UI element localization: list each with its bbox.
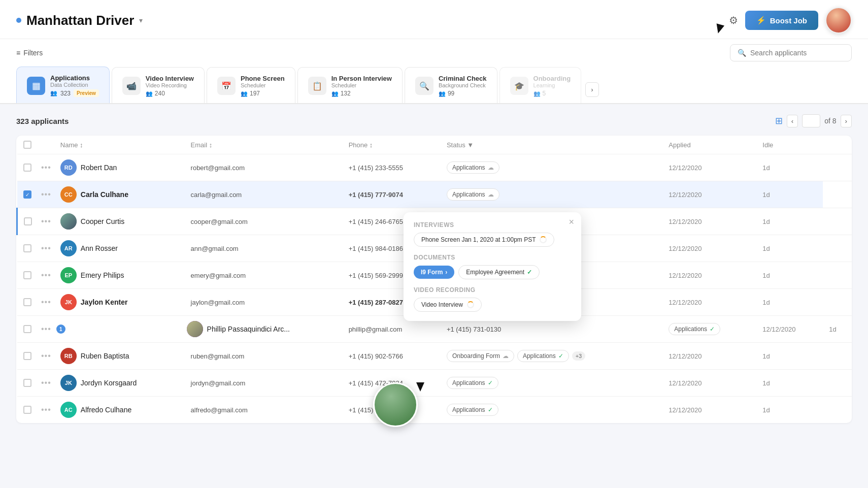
tab-video-interview[interactable]: 📹 Video Interview Video Recording 👥 240	[112, 67, 205, 103]
tabs-container: ▦ Applications Data Collection 👥 323 Pre…	[0, 67, 868, 104]
row-checkbox[interactable]: ✓	[17, 181, 39, 208]
row-more[interactable]: •••	[38, 370, 54, 397]
status-text: Applications	[452, 379, 485, 386]
tab-in-person[interactable]: 📋 In Person Interview Scheduler 👥 132	[297, 67, 403, 103]
prev-page-button[interactable]: ‹	[787, 115, 798, 127]
row-status: Onboarding Form ☁ Applications ✓ +3	[441, 343, 662, 370]
interviews-section-title: Interviews	[414, 221, 571, 229]
avatar	[187, 321, 203, 337]
row-name: RD Robert Dan	[54, 154, 185, 181]
i9-form-label: I9 Form	[421, 269, 443, 276]
row-applied: 12/12/2020	[662, 181, 756, 208]
row-applied: 12/12/2020	[662, 154, 756, 181]
row-name: Cooper Curtis	[54, 208, 185, 235]
tab-count: 5	[543, 90, 546, 97]
video-section-title: Video Recording	[414, 286, 571, 294]
row-more[interactable]: •••	[38, 262, 54, 289]
select-all-header	[17, 136, 39, 154]
row-applied: 12/12/2020	[662, 397, 756, 424]
i9-form-button[interactable]: I9 Form ›	[414, 266, 454, 279]
status-text: Applications	[452, 191, 485, 198]
tab-criminal-check[interactable]: 🔍 Criminal Check Background Check 👥 99	[405, 67, 497, 103]
row-idle: 1d	[756, 154, 823, 181]
table-row: ••• RB Ruben Baptista ruben@gmail.com +1…	[17, 343, 852, 370]
row-more[interactable]: •••	[38, 397, 54, 424]
status-text: Onboarding Form	[452, 352, 500, 360]
tab-subtitle: Background Check	[439, 82, 487, 88]
status-text: Applications	[452, 406, 485, 413]
tab-count-row: 👥 240	[146, 90, 194, 97]
tab-phone-screen[interactable]: 📅 Phone Screen Scheduler 👥 197	[207, 67, 295, 103]
tab-content-video: Video Interview Video Recording 👥 240	[146, 75, 194, 97]
job-status-dot	[16, 18, 21, 23]
row-more[interactable]: •••	[38, 208, 54, 235]
row-checkbox[interactable]	[17, 154, 39, 181]
row-more[interactable]: •••	[38, 154, 54, 181]
row-idle: 1d	[756, 262, 823, 289]
tabs-next-button[interactable]: ›	[585, 82, 598, 97]
row-checkbox[interactable]	[17, 262, 39, 289]
row-applied: 12/12/2020	[662, 235, 756, 262]
applicants-count: 323 applicants	[16, 117, 69, 125]
search-box: 🔍	[730, 44, 852, 61]
row-checkbox[interactable]	[17, 208, 39, 235]
row-more[interactable]: •••	[38, 289, 54, 316]
row-status: Applications ☁	[441, 181, 662, 208]
user-avatar[interactable]	[825, 7, 852, 34]
row-checkbox[interactable]	[17, 343, 39, 370]
header: Manhattan Driver ▾ ⚙ ⚡ Boost Job	[0, 0, 868, 39]
boost-job-button[interactable]: ⚡ Boost Job	[745, 11, 818, 30]
avatar: EP	[60, 267, 77, 283]
settings-button[interactable]: ⚙	[729, 14, 738, 26]
table-row: ••• RD Robert Dan robert@gmail.com +1 (4…	[17, 154, 852, 181]
row-notification: 1	[54, 316, 185, 343]
row-checkbox[interactable]	[17, 397, 39, 424]
tab-content-phone: Phone Screen Scheduler 👥 197	[241, 75, 285, 97]
row-checkbox[interactable]	[17, 316, 39, 343]
tab-content-applications: Applications Data Collection 👥 323 Previ…	[50, 74, 99, 97]
spinning-icon	[540, 236, 547, 243]
grid-view-button[interactable]: ⊞	[775, 115, 783, 126]
row-checkbox[interactable]	[17, 235, 39, 262]
floating-avatar-large	[373, 382, 418, 427]
page-number-input[interactable]: 1	[802, 114, 820, 127]
tab-count-row: 👥 99	[439, 90, 487, 97]
people-icon: 👥	[241, 90, 248, 97]
tab-count: 99	[448, 90, 454, 97]
name-text: Carla Culhane	[81, 190, 128, 199]
row-email: carla@gmail.com	[185, 181, 343, 208]
row-email: cooper@gmail.com	[185, 208, 343, 235]
row-email: jaylon@gmail.com	[185, 289, 343, 316]
search-icon: 🔍	[738, 49, 746, 57]
table-header-row: Name ↕ Email ↕ Phone ↕ Status ▼ Applied …	[17, 136, 852, 154]
next-page-button[interactable]: ›	[841, 115, 852, 127]
tab-applications[interactable]: ▦ Applications Data Collection 👥 323 Pre…	[16, 67, 110, 103]
row-applied: 12/12/2020	[756, 316, 823, 343]
row-more[interactable]: •••	[38, 181, 54, 208]
row-idle: 1d	[756, 370, 823, 397]
row-idle: 1d	[756, 235, 823, 262]
tab-icon-onboarding: 🎓	[510, 77, 528, 95]
people-icon: 👥	[146, 90, 153, 97]
filter-icon: ≡	[16, 49, 20, 57]
row-phone: +1 (415) 902-5766	[343, 343, 441, 370]
search-input[interactable]	[750, 49, 844, 57]
row-email: jordyn@gmail.com	[185, 370, 343, 397]
name-text: Cooper Curtis	[81, 217, 124, 225]
row-more[interactable]: •••	[38, 235, 54, 262]
row-idle: 1d	[756, 289, 823, 316]
row-checkbox[interactable]	[17, 370, 39, 397]
name-text: Ruben Baptista	[81, 352, 129, 360]
dropdown-arrow-icon[interactable]: ▾	[139, 16, 143, 24]
popup-close-button[interactable]: ×	[569, 217, 574, 226]
tab-onboarding[interactable]: 🎓 Onboarding Learning 👥 5	[499, 67, 582, 103]
interview-text: Phone Screen Jan 1, 2020 at 1:00pm PST	[421, 236, 536, 243]
tab-count-row: 👥 197	[241, 90, 285, 97]
row-applied: 12/12/2020	[662, 370, 756, 397]
status-text: Applications	[452, 164, 485, 171]
status2-text: Applications	[523, 352, 556, 360]
row-more[interactable]: •••	[38, 343, 54, 370]
row-checkbox[interactable]	[17, 289, 39, 316]
row-more[interactable]: •••	[38, 316, 54, 343]
filters-button[interactable]: ≡ Filters	[16, 49, 43, 57]
